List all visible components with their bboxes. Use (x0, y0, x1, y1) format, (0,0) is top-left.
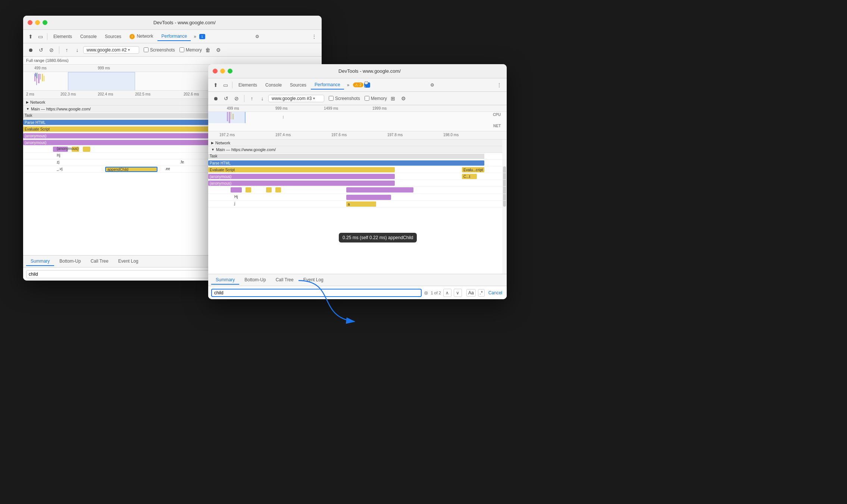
regex-btn[interactable]: .* (478, 289, 485, 297)
eval-script-row-2: Evaluate Script Evalu...cript (208, 166, 507, 173)
record-button-1[interactable]: ⏺ (26, 46, 35, 54)
tab-more-1[interactable]: » (191, 33, 199, 40)
eventlog-tab-2[interactable]: Event Log (299, 276, 328, 285)
hj-bar-2[interactable] (346, 195, 391, 200)
net-label: NET (493, 124, 501, 128)
record-button-2[interactable]: ⏺ (211, 94, 220, 103)
device-icon[interactable]: ▭ (36, 32, 45, 41)
summary-tab-1[interactable]: Summary (26, 257, 54, 266)
more-dots-icon-2[interactable]: ⋮ (495, 81, 504, 89)
anon2-bar-2[interactable]: (anonymous) (208, 181, 395, 186)
download-button-1[interactable]: ↓ (73, 46, 82, 54)
ruler-2023ms: 202.3 ms (60, 92, 76, 96)
anon-nested-bar-2[interactable] (346, 187, 413, 192)
checkbox-memory-2[interactable]: Memory (365, 96, 387, 101)
tab-console-2[interactable]: Console (262, 81, 285, 89)
memory-checkbox-1[interactable] (179, 47, 184, 52)
main-arrow-2: ▼ (211, 148, 215, 151)
nested-bar-2a[interactable] (231, 187, 242, 192)
url-selector-1[interactable]: www.google.com #2 ▾ (83, 46, 139, 54)
screenshots-checkbox-2[interactable] (329, 96, 334, 101)
nested-anon-bar3[interactable] (83, 147, 90, 152)
settings3-icon-2[interactable]: ⚙ (399, 94, 408, 103)
summary-tab-2[interactable]: Summary (211, 276, 239, 285)
url-selector-2[interactable]: www.google.com #3 ▾ (268, 95, 324, 102)
tab-sep-1 (47, 33, 47, 40)
tab-performance-2[interactable]: Performance (311, 81, 344, 90)
tab-bar-1: ⬆ ▭ Elements Console Sources ! Network P… (23, 30, 322, 43)
ov-tick-1499: 1499 ms (324, 106, 338, 110)
overview-chart-2[interactable]: 499 ms 999 ms 1499 ms 1999 ms CPU NET (208, 105, 507, 131)
refresh-button-1[interactable]: ↺ (37, 46, 46, 54)
tab-network-1[interactable]: ! Network (126, 32, 157, 41)
network-section-2[interactable]: ▶ Network (208, 140, 507, 146)
parse-html-bar-2[interactable]: Parse HTML (208, 160, 484, 166)
match-case-btn[interactable]: Aa (466, 289, 476, 297)
bottomup-tab-1[interactable]: Bottom-Up (55, 257, 85, 266)
nested-bar-2d[interactable] (275, 187, 281, 192)
cursor-icon[interactable]: ⬆ (26, 32, 35, 41)
tab-sources-1[interactable]: Sources (101, 32, 125, 41)
hj-row-2: Hj (208, 194, 507, 201)
device-icon-2[interactable]: ▭ (221, 81, 230, 90)
download-button-2[interactable]: ↓ (258, 94, 267, 103)
close-button-2[interactable] (213, 69, 218, 73)
tick-499: 499 ms (34, 66, 47, 70)
eventlog-tab-1[interactable]: Event Log (114, 257, 143, 266)
settings-icon-1[interactable]: ⚙ (253, 32, 262, 41)
tab-sources-2[interactable]: Sources (286, 81, 310, 89)
anon1-label-1: (anonymous) (25, 134, 46, 138)
tab-more-2[interactable]: » (345, 82, 352, 88)
more-dots-icon-1[interactable]: ⋮ (310, 32, 319, 41)
upload-button-2[interactable]: ↑ (247, 94, 256, 103)
grid-icon-2[interactable]: ⊞ (388, 94, 397, 103)
calltree-tab-1[interactable]: Call Tree (86, 257, 113, 266)
trash-icon-1[interactable]: 🗑 (203, 46, 212, 54)
tab-elements-2[interactable]: Elements (235, 81, 261, 89)
minimize-button-1[interactable] (35, 20, 40, 25)
appendchild-bar-1[interactable]: appendChild (105, 167, 157, 172)
vj-label: _.vj (57, 167, 63, 171)
tab-performance-1[interactable]: Performance (157, 32, 191, 41)
cancel-btn[interactable]: Cancel (487, 290, 504, 295)
url-arrow-2: ▾ (313, 96, 315, 100)
nested-bar-2c[interactable] (266, 187, 272, 192)
search-clear-2[interactable]: ⊗ (424, 290, 428, 296)
tab-console-1[interactable]: Console (76, 32, 100, 41)
anon1-label-2: (anonymous) (210, 175, 231, 179)
checkbox-screenshots-2[interactable]: Screenshots (329, 96, 360, 101)
bottomup-tab-2[interactable]: Bottom-Up (240, 276, 270, 285)
appendchild-target-bar[interactable]: a (346, 201, 376, 207)
cursor-icon-2[interactable]: ⬆ (211, 81, 220, 90)
main-arrow-1: ▼ (26, 107, 29, 111)
clear-button-2[interactable]: ⊘ (232, 94, 241, 103)
main-section-2[interactable]: ▼ Main — https://www.google.com/ (208, 146, 507, 153)
task-label-2: Task (208, 154, 218, 158)
search-input-2[interactable] (214, 290, 419, 295)
eval-script-bar-right[interactable]: Evalu...cript (462, 167, 484, 172)
maximize-button-1[interactable] (43, 20, 47, 25)
calltree-tab-2[interactable]: Call Tree (271, 276, 298, 285)
search-prev-btn[interactable]: ∧ (443, 289, 451, 297)
settings-icon-2[interactable]: ⚙ (428, 81, 437, 89)
clear-button-1[interactable]: ⊘ (47, 46, 56, 54)
flame-area-2[interactable]: ▶ Network ▼ Main — https://www.google.co… (208, 140, 507, 274)
close-button-1[interactable] (28, 20, 32, 25)
checkbox-memory-1[interactable]: Memory (179, 47, 202, 53)
checkbox-screenshots-1[interactable]: Screenshots (144, 47, 175, 53)
settings2-icon-1[interactable]: ⚙ (214, 46, 223, 54)
eval-script-label-1: Evaluate Script (25, 127, 50, 131)
refresh-button-2[interactable]: ↺ (222, 94, 231, 103)
memory-checkbox-2[interactable] (365, 96, 369, 101)
screenshots-checkbox-1[interactable] (144, 47, 149, 52)
search-next-btn[interactable]: ∨ (454, 289, 462, 297)
ct-bar[interactable]: C...t (462, 174, 477, 179)
tab-elements-1[interactable]: Elements (50, 32, 76, 41)
maximize-button-2[interactable] (228, 69, 232, 73)
anon1-bar-2[interactable]: (anonymous) (208, 174, 395, 179)
eval-script-bar-2[interactable]: Evaluate Script (208, 167, 395, 172)
upload-button-1[interactable]: ↑ (62, 46, 71, 54)
task-row-2: Task (208, 153, 507, 160)
minimize-button-2[interactable] (220, 69, 225, 73)
nested-bar-2b[interactable] (246, 187, 251, 192)
